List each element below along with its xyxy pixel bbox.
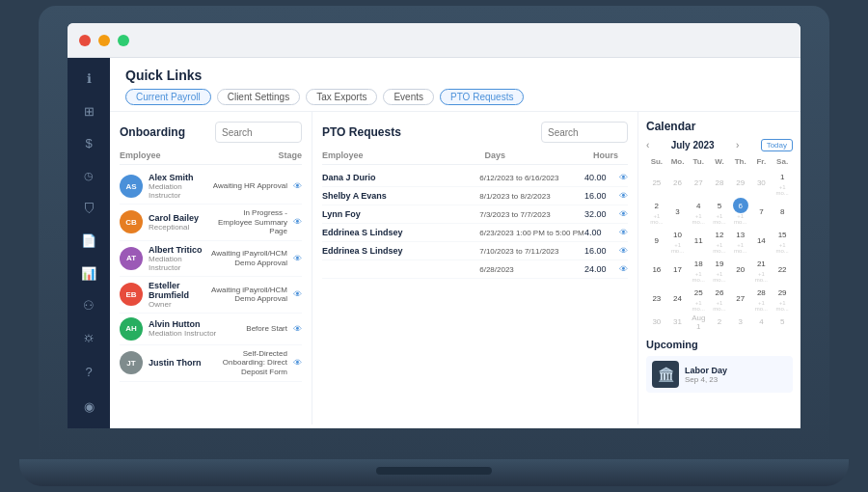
calendar-event-dots: +1 mo... [709,300,730,312]
sidebar-icon-people[interactable]: ⛉ [74,195,103,222]
pto-col-hours: Hours [593,150,628,160]
window-close-button[interactable] [79,35,91,46]
calendar-title: Calendar [646,120,793,133]
calendar-cell[interactable]: 24 [667,284,689,313]
tab-pto-requests[interactable]: PTO Requests [440,89,524,105]
tab-current-payroll[interactable]: Current Payroll [125,89,211,105]
onboarding-search[interactable] [215,122,302,143]
calendar-event-dots: +1 mo... [709,242,730,254]
calendar-cell[interactable]: 7 [751,197,773,226]
calendar-cell[interactable]: 4+1 mo... [688,197,709,226]
calendar-cell[interactable]: 22 [772,255,793,284]
calendar-cell[interactable]: 12+1 mo... [709,226,730,255]
sidebar-icon-user[interactable]: ◉ [74,392,103,421]
calendar-cell[interactable]: 27 [688,168,709,197]
col-stage: Stage [278,150,302,160]
calendar-cell[interactable]: 11 [688,226,709,255]
calendar-cell[interactable]: 4 [751,313,773,331]
sidebar-icon-clock[interactable]: ◷ [74,163,103,190]
calendar-cell[interactable]: 5+1 mo... [709,197,730,226]
calendar-cell[interactable]: Aug 1 [688,313,709,331]
calendar-cell[interactable]: 8 [772,197,793,226]
calendar-prev-button[interactable]: ‹ [646,140,649,150]
calendar-next-button[interactable]: › [736,140,739,150]
calendar-cell[interactable]: 13+1 mo... [730,226,751,255]
calendar-cell[interactable]: 25 [646,168,667,197]
calendar-cell[interactable]: 2+1 mo... [646,197,667,226]
pto-row: 6/28/2023 24.00 👁 [322,260,628,279]
window-maximize-button[interactable] [118,35,129,46]
sidebar-icon-file[interactable]: 📄 [74,228,103,255]
calendar-cell[interactable]: 26 [667,168,689,197]
sidebar-icon-help[interactable]: ? [74,357,103,386]
avatar: JT [120,351,143,374]
calendar-event-dots: +1 mo... [667,242,689,254]
calendar-event-dots: +1 mo... [772,184,793,196]
quick-links-title: Quick Links [125,68,785,83]
view-icon[interactable]: 👁 [293,358,302,368]
calendar-cell[interactable]: 14 [751,226,773,255]
pto-search[interactable] [541,122,628,143]
calendar-cell[interactable]: 9 [646,226,667,255]
employee-info: Alvin Hutton Mediation Instructor [149,319,240,338]
calendar-cell[interactable]: 5 [772,313,793,331]
calendar-cell[interactable]: 30 [646,313,667,331]
pto-view-icon[interactable]: 👁 [619,246,628,256]
view-icon[interactable]: 👁 [293,324,302,334]
calendar-cell[interactable]: 28 [709,168,730,197]
calendar-cell[interactable]: 18+1 mo... [688,255,709,284]
calendar-cell[interactable]: 1+1 mo... [772,168,793,197]
pto-days: 8/1/2023 to 8/2/2023 [479,192,584,201]
pto-days: 7/10/2023 to 7/11/2023 [479,247,584,256]
calendar-cell[interactable]: 19+1 mo... [709,255,730,284]
tab-tax-exports[interactable]: Tax Exports [306,89,377,105]
calendar-cell[interactable]: 2 [709,313,730,331]
tab-events[interactable]: Events [383,89,434,105]
view-icon[interactable]: 👁 [293,254,302,263]
pto-view-icon[interactable]: 👁 [619,264,628,274]
calendar-cell[interactable]: 10+1 mo... [667,226,689,255]
sidebar-icon-info[interactable]: ℹ [74,66,103,93]
pto-employee-name: Dana J Durio [322,173,479,182]
sidebar-icon-usergroup[interactable]: ⚇ [74,292,103,319]
calendar-cell[interactable]: 25+1 mo... [688,284,709,313]
sidebar-icon-bike[interactable]: ⛭ [74,325,103,352]
employee-role: Mediation Instructor [149,255,204,272]
calendar-cell[interactable]: 29+1 mo... [772,284,793,313]
col-employee: Employee [120,150,161,160]
calendar-cell[interactable]: 26+1 mo... [709,284,730,313]
calendar-cell[interactable]: 3 [667,197,689,226]
pto-view-icon[interactable]: 👁 [619,228,628,237]
calendar-cell[interactable]: 30 [751,168,773,197]
calendar-cell[interactable]: 3 [730,313,751,331]
view-icon[interactable]: 👁 [293,289,302,299]
avatar: AT [120,247,143,270]
pto-hours: 40.00 [584,173,619,182]
calendar-cell[interactable]: 23 [646,284,667,313]
calendar-event-dots: +1 mo... [646,213,667,225]
view-icon[interactable]: 👁 [293,217,302,227]
calendar-cell[interactable]: 6+1 mo... [730,197,751,226]
pto-view-icon[interactable]: 👁 [619,209,628,219]
employee-role: Receptional [149,223,204,232]
calendar-cell[interactable]: 28+1 mo... [751,284,773,313]
calendar-panel: Calendar ‹ July 2023 › Today Su.Mo.Tu.W.… [638,112,800,424]
pto-view-icon[interactable]: 👁 [619,173,628,182]
employee-stage: In Progress - Employee Summary Page [210,208,287,236]
calendar-cell[interactable]: 27 [730,284,751,313]
calendar-cell[interactable]: 20 [730,255,751,284]
calendar-cell[interactable]: 17 [667,255,689,284]
pto-view-icon[interactable]: 👁 [619,191,628,201]
sidebar-icon-chart[interactable]: 📊 [74,260,103,287]
calendar-cell[interactable]: 29 [730,168,751,197]
view-icon[interactable]: 👁 [293,181,302,191]
calendar-today-button[interactable]: Today [761,139,793,151]
sidebar-icon-grid[interactable]: ⊞ [74,98,103,125]
calendar-cell[interactable]: 16 [646,255,667,284]
window-minimize-button[interactable] [98,35,110,46]
tab-client-settings[interactable]: Client Settings [217,89,300,105]
calendar-cell[interactable]: 15+1 mo... [772,226,793,255]
sidebar-icon-dollar[interactable]: $ [74,130,103,157]
calendar-cell[interactable]: 21+1 mo... [751,255,773,284]
calendar-cell[interactable]: 31 [667,313,689,331]
